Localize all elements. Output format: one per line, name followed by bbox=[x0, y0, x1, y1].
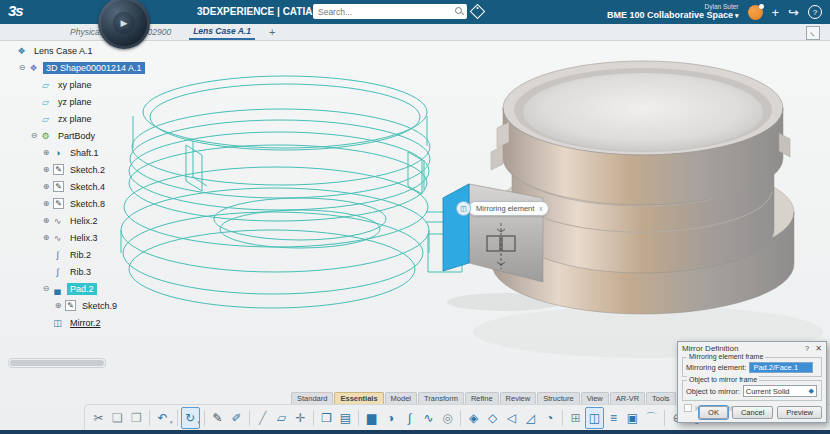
shaft-icon[interactable]: ◑ bbox=[381, 407, 400, 429]
search-icon[interactable] bbox=[455, 7, 464, 16]
chamfer-icon[interactable]: ◁ bbox=[502, 407, 521, 429]
ribbon-tab-transform[interactable]: Transform bbox=[418, 392, 464, 404]
tree-item-pad-2[interactable]: ⊖▄Pad.2 bbox=[3, 280, 145, 297]
tree-item-sketch-9[interactable]: ⊕✎Sketch.9 bbox=[3, 297, 145, 314]
tree-item-label: Rib.2 bbox=[67, 249, 94, 261]
tree-item-helix-2[interactable]: ⊕∿Helix.2 bbox=[3, 212, 145, 229]
tab-front-face[interactable] bbox=[469, 184, 543, 282]
search-box[interactable] bbox=[313, 4, 467, 19]
tooltip-close-icon[interactable]: x bbox=[539, 205, 542, 212]
expand-icon[interactable]: ⊕ bbox=[41, 165, 51, 174]
expand-icon[interactable]: ⊕ bbox=[53, 301, 63, 310]
mirroring-face-highlight[interactable] bbox=[443, 184, 469, 271]
rib-icon[interactable]: ∫ bbox=[400, 407, 419, 429]
update-dropdown-icon[interactable]: ▾ bbox=[198, 419, 201, 425]
sketch-icon[interactable]: ✎ bbox=[208, 407, 227, 429]
ribbon-tab-tools[interactable]: Tools bbox=[646, 392, 676, 404]
draft-icon[interactable]: ◿ bbox=[521, 407, 540, 429]
ribbon-tab-model[interactable]: Model bbox=[385, 392, 417, 404]
wireframe-sketch[interactable] bbox=[121, 76, 468, 308]
expand-icon[interactable]: ⊕ bbox=[41, 216, 51, 225]
axis-system-icon[interactable]: ✛ bbox=[291, 407, 310, 429]
edge-fillet-icon[interactable]: ◈ bbox=[464, 407, 483, 429]
reuse-pattern-icon[interactable]: ▤ bbox=[336, 407, 355, 429]
tree-item-partbody[interactable]: ⊖⚙PartBody bbox=[3, 127, 145, 144]
expand-icon[interactable]: ⊕ bbox=[41, 148, 51, 157]
tree-item-yz-plane[interactable]: ▱yz plane bbox=[3, 93, 145, 110]
positioned-sketch-icon[interactable]: ✐ bbox=[227, 407, 246, 429]
paste-icon[interactable]: ❐ bbox=[127, 407, 146, 429]
line-icon[interactable]: ╱ bbox=[253, 407, 272, 429]
user-space-selector[interactable]: Dylan Suter BME 100 Collaborative Space▾ bbox=[607, 4, 739, 20]
tree-item-rib-3[interactable]: ∫Rib.3 bbox=[3, 263, 145, 280]
ribbon-tab-view[interactable]: View bbox=[581, 392, 609, 404]
plane-icon: ▱ bbox=[39, 114, 52, 124]
tree-item-helix-3[interactable]: ⊕∿Helix.3 bbox=[3, 229, 145, 246]
add-content-button[interactable]: + bbox=[772, 6, 780, 19]
tree-item-xy-plane[interactable]: ▱xy plane bbox=[3, 76, 145, 93]
collapse-icon[interactable]: ⊖ bbox=[41, 284, 51, 293]
cancel-button[interactable]: Cancel bbox=[732, 406, 773, 419]
share-icon[interactable]: ↪ bbox=[788, 6, 799, 19]
expand-icon[interactable]: ⊕ bbox=[41, 199, 51, 208]
undo-icon[interactable]: ↶ bbox=[153, 407, 172, 429]
copy-icon[interactable]: ❏ bbox=[108, 407, 127, 429]
undo-dropdown-icon[interactable]: ▾ bbox=[170, 419, 173, 425]
ribbon-tab-bar: StandardEssentialsModelTransformRefineRe… bbox=[291, 392, 710, 404]
doc-tab-lens-case-a-1[interactable]: Lens Case A.1 bbox=[189, 25, 255, 40]
mirroring-element-field[interactable]: Pad.2/Face.1 bbox=[749, 362, 813, 373]
dialog-close-icon[interactable]: ✕ bbox=[815, 344, 822, 353]
thickness-icon[interactable]: ≡ bbox=[604, 407, 623, 429]
toolbar-separator bbox=[460, 410, 461, 426]
tree-item-rib-2[interactable]: ∫Rib.2 bbox=[3, 246, 145, 263]
update-icon[interactable]: ↻ bbox=[181, 407, 200, 429]
app-name: CATIA bbox=[283, 6, 313, 17]
ribbon-tab-structure[interactable]: Structure bbox=[537, 392, 579, 404]
mirror-icon[interactable]: ◫ bbox=[585, 407, 604, 429]
pattern-icon[interactable]: ⊞ bbox=[566, 407, 585, 429]
close-surface-icon[interactable]: ▣ bbox=[623, 407, 642, 429]
preview-button[interactable]: Preview bbox=[777, 406, 822, 419]
collapse-icon[interactable]: ⊖ bbox=[29, 131, 39, 140]
catalog-icon[interactable]: ❒ bbox=[317, 407, 336, 429]
sweep-icon[interactable]: ∿ bbox=[419, 407, 438, 429]
compass-play-icon[interactable]: ▶ bbox=[113, 12, 135, 34]
shell-icon[interactable]: ◔ bbox=[540, 407, 559, 429]
tree-item-sketch-2[interactable]: ⊕✎Sketch.2 bbox=[3, 161, 145, 178]
ribbon-tab-standard[interactable]: Standard bbox=[291, 392, 333, 404]
object-to-mirror-select[interactable]: Current Solid ◆ bbox=[743, 385, 817, 397]
tree-item-shaft-1[interactable]: ⊕◑Shaft.1 bbox=[3, 144, 145, 161]
hole-icon[interactable]: ◎ bbox=[438, 407, 457, 429]
tag-icon[interactable] bbox=[470, 4, 486, 20]
mirror-icon: ◫ bbox=[51, 318, 64, 328]
cut-icon[interactable]: ✂ bbox=[89, 407, 108, 429]
tree-item-3d-shape00001214-a-1[interactable]: ⊖❖3D Shape00001214 A.1 bbox=[3, 59, 145, 76]
plane-icon[interactable]: ▱ bbox=[272, 407, 291, 429]
tree-item-mirror-2[interactable]: ◫Mirror.2 bbox=[3, 314, 145, 331]
new-tab-button[interactable]: + bbox=[269, 26, 275, 38]
tree-item-zx-plane[interactable]: ▱zx plane bbox=[3, 110, 145, 127]
avatar[interactable] bbox=[748, 5, 763, 20]
checkbox-box[interactable] bbox=[684, 404, 692, 412]
sew-surface-icon[interactable]: ⌒ bbox=[642, 407, 661, 429]
3ds-logo[interactable]: 3s bbox=[8, 2, 23, 19]
dialog-help-icon[interactable]: ? bbox=[805, 344, 809, 353]
help-icon[interactable]: ? bbox=[808, 5, 822, 19]
ribbon-tab-essentials[interactable]: Essentials bbox=[334, 392, 383, 404]
search-input[interactable] bbox=[316, 6, 455, 18]
tab-feature[interactable] bbox=[443, 184, 543, 282]
tree-item-sketch-4[interactable]: ⊕✎Sketch.4 bbox=[3, 178, 145, 195]
tree-scrollbar-bottom[interactable] bbox=[8, 358, 106, 368]
ribbon-tab-review[interactable]: Review bbox=[500, 392, 537, 404]
ribbon-tab-ar-vr[interactable]: AR-VR bbox=[610, 392, 645, 404]
ribbon-tab-refine[interactable]: Refine bbox=[465, 392, 499, 404]
fullscreen-toggle-icon[interactable]: ↔ bbox=[806, 26, 820, 40]
tree-item-sketch-8[interactable]: ⊕✎Sketch.8 bbox=[3, 195, 145, 212]
sketch-icon: ✎ bbox=[65, 300, 76, 311]
expand-icon[interactable]: ⊕ bbox=[41, 182, 51, 191]
variable-fillet-icon[interactable]: ◇ bbox=[483, 407, 502, 429]
expand-icon[interactable]: ⊕ bbox=[41, 233, 51, 242]
ok-button[interactable]: OK bbox=[699, 406, 728, 419]
collapse-icon[interactable]: ⊖ bbox=[17, 63, 27, 72]
pad-icon[interactable]: ▆ bbox=[362, 407, 381, 429]
